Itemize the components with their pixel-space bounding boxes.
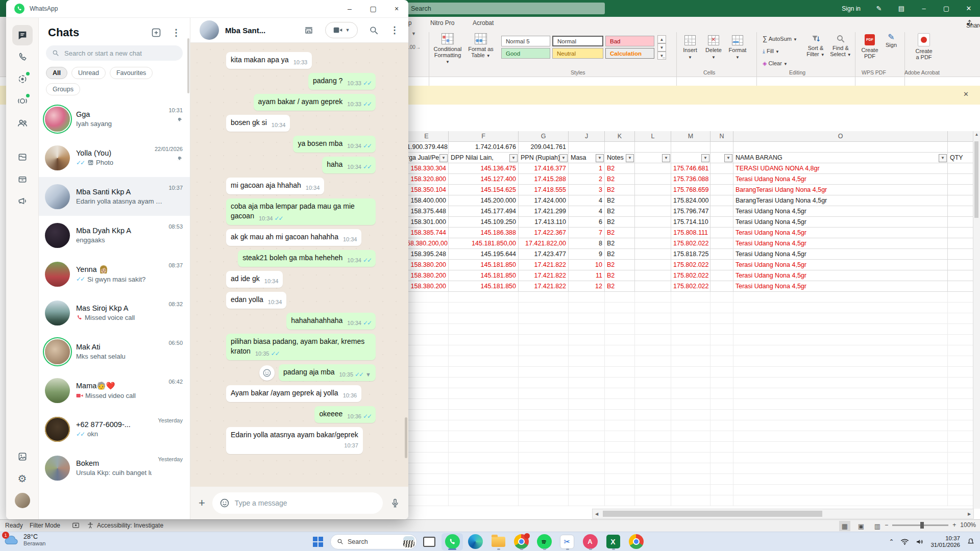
cell[interactable]	[635, 367, 671, 378]
cell[interactable]	[733, 367, 948, 378]
cell[interactable]: 145.109.250	[449, 217, 519, 228]
decrease-decimal-icon[interactable]: .00→	[408, 44, 421, 50]
cell[interactable]	[449, 345, 519, 356]
sticker-icon[interactable]	[219, 498, 230, 508]
cell[interactable]	[405, 431, 449, 442]
cell[interactable]: 7	[569, 228, 605, 238]
cell[interactable]	[710, 249, 733, 260]
filter-groups[interactable]: Groups	[46, 83, 80, 95]
cell[interactable]: 145.177.494	[449, 206, 519, 217]
cell[interactable]: 58.380.200,00	[405, 238, 449, 249]
cell[interactable]	[948, 238, 974, 249]
vertical-scrollbar[interactable]: ▲	[973, 131, 980, 509]
taskbar-search[interactable]: Search	[330, 534, 417, 549]
cell[interactable]	[948, 324, 974, 335]
cell[interactable]	[635, 474, 671, 485]
cell[interactable]: 145.186.388	[449, 228, 519, 238]
taskbar-autocad[interactable]: A	[579, 533, 601, 550]
cell[interactable]	[710, 345, 733, 356]
cell[interactable]	[710, 303, 733, 313]
cell[interactable]	[948, 485, 974, 495]
cell[interactable]	[948, 420, 974, 431]
cell[interactable]	[710, 206, 733, 217]
cell[interactable]: B2	[605, 249, 635, 260]
cell[interactable]	[449, 313, 519, 324]
message-bubble[interactable]: ya bosen mba10:34✓✓	[293, 136, 376, 153]
cell[interactable]	[405, 345, 449, 356]
cell[interactable]	[605, 463, 635, 474]
cell[interactable]	[671, 356, 710, 367]
column-header[interactable]: J	[569, 131, 605, 142]
cell[interactable]	[948, 195, 974, 206]
cell[interactable]	[733, 485, 948, 495]
message-bubble[interactable]: ad ide gk10:34	[226, 271, 283, 288]
share-button[interactable]: Share▼	[966, 19, 973, 26]
cell[interactable]: 175.802.022	[671, 281, 710, 292]
zoom-slider[interactable]	[892, 524, 948, 526]
cell[interactable]	[635, 195, 671, 206]
cell[interactable]: 10	[569, 260, 605, 270]
filter-header-cell[interactable]: PPN (Rupiah)▼	[519, 153, 569, 163]
cell[interactable]	[569, 399, 605, 410]
cell[interactable]	[635, 431, 671, 442]
cell[interactable]	[605, 303, 635, 313]
cell[interactable]	[948, 303, 974, 313]
clock[interactable]: 10:37 31/01/2026	[930, 535, 960, 548]
cell[interactable]: 12	[569, 281, 605, 292]
cell[interactable]	[635, 324, 671, 335]
cell[interactable]	[671, 388, 710, 399]
cell[interactable]	[635, 260, 671, 270]
message-bubble[interactable]: Ayam bakar /ayam geprek aj yolla10:36	[226, 385, 361, 402]
cell[interactable]	[569, 420, 605, 431]
message-input[interactable]: Type a message	[212, 492, 383, 514]
list-item[interactable]: +62 877-6009-...✓✓oknYesterday	[39, 410, 190, 448]
cell[interactable]	[605, 442, 635, 453]
cell[interactable]	[635, 228, 671, 238]
zoom-level[interactable]: 100%	[960, 521, 976, 529]
style-neutral[interactable]: Neutral	[552, 48, 603, 59]
draw-icon[interactable]: ✎	[868, 0, 890, 17]
attach-plus-icon[interactable]: +	[199, 497, 205, 509]
filter-header-cell[interactable]: DPP Nilai Lain,▼	[449, 153, 519, 163]
message-bubble[interactable]: ayam bakar / ayam geprek10:33✓✓	[254, 94, 376, 111]
cell[interactable]	[671, 485, 710, 495]
cell[interactable]	[948, 292, 974, 303]
contact-avatar[interactable]	[200, 20, 219, 40]
total-cell[interactable]	[635, 142, 671, 153]
style-good[interactable]: Good	[501, 48, 550, 59]
list-item[interactable]: Mak AtiMks sehat selalu06:50	[39, 332, 190, 371]
cell[interactable]	[519, 453, 569, 463]
cell[interactable]	[605, 324, 635, 335]
cell[interactable]	[405, 324, 449, 335]
cell[interactable]: Terasi Udang Nona 4,5gr	[733, 249, 948, 260]
filter-header-cell[interactable]: Masa▼	[569, 153, 605, 163]
cell[interactable]	[449, 485, 519, 495]
search-icon[interactable]	[369, 26, 379, 35]
cell[interactable]	[948, 281, 974, 292]
cell[interactable]: B2	[605, 270, 635, 281]
wifi-icon[interactable]	[900, 538, 909, 545]
filter-header-cell[interactable]: rga Jual/Pe▼	[405, 153, 449, 163]
cell[interactable]	[948, 313, 974, 324]
insert-cells-button[interactable]: ← Insert▼	[679, 35, 701, 61]
cell[interactable]	[710, 195, 733, 206]
scroll-up-icon[interactable]: ▲	[973, 131, 980, 138]
cell[interactable]	[948, 206, 974, 217]
cell[interactable]	[519, 303, 569, 313]
cell[interactable]	[635, 281, 671, 292]
contact-name[interactable]: Mba Sant...	[225, 26, 265, 35]
cell[interactable]	[733, 463, 948, 474]
page-break-view-icon[interactable]: ▥	[872, 521, 883, 531]
cell[interactable]	[635, 238, 671, 249]
cell[interactable]	[948, 378, 974, 388]
styles-more[interactable]: ▼̲	[657, 52, 666, 60]
cell[interactable]	[449, 324, 519, 335]
wps-sign-button[interactable]: ✎ Sign	[882, 34, 900, 48]
total-cell[interactable]	[605, 142, 635, 153]
cell[interactable]	[710, 228, 733, 238]
task-view-button[interactable]	[419, 533, 440, 550]
volume-icon[interactable]	[916, 538, 924, 545]
macro-record-icon[interactable]	[72, 522, 80, 529]
taskbar-spotify[interactable]	[533, 533, 555, 550]
cell[interactable]: 158.330.304	[405, 163, 449, 174]
